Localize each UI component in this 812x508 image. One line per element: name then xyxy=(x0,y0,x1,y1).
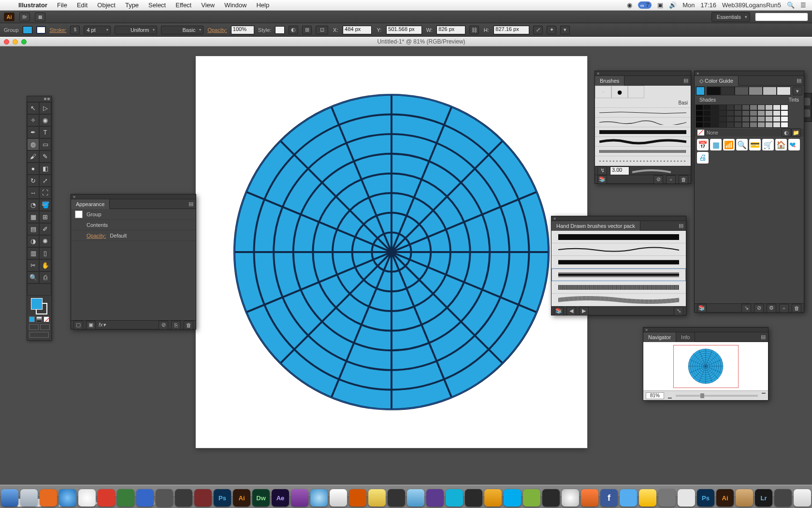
graphic-style-swatch[interactable] xyxy=(275,26,285,34)
remove-brush-stroke-button[interactable]: ⊘ xyxy=(653,175,663,184)
paintbrush-tool[interactable]: 🖌 xyxy=(27,150,39,163)
symbol-heart-icon[interactable]: ❤+ xyxy=(788,139,800,150)
symbol-grid-icon[interactable]: ▦ xyxy=(710,139,722,150)
appearance-group-row[interactable]: Group xyxy=(71,209,196,220)
symbol-sprayer-tool[interactable]: ✺ xyxy=(39,235,51,247)
menu-help[interactable]: Help xyxy=(251,1,274,9)
stroke-weight-field[interactable]: 4 pt xyxy=(84,26,111,34)
cc-badge[interactable]: ∞ 7 xyxy=(638,1,652,9)
symbol-library-button[interactable]: 📚 xyxy=(697,304,707,313)
dock-app-icon[interactable] xyxy=(388,489,405,507)
dock-app-icon[interactable] xyxy=(446,489,463,507)
dock-app-icon[interactable]: Ps xyxy=(697,489,714,507)
color-guide-tab[interactable]: ◇ Color Guide xyxy=(695,76,739,86)
close-icon[interactable]: × xyxy=(597,71,599,76)
dock-app-icon[interactable] xyxy=(194,489,212,507)
delete-item-button[interactable]: 🗑 xyxy=(184,321,193,329)
zoom-slider[interactable] xyxy=(676,395,758,397)
menu-view[interactable]: View xyxy=(196,1,219,9)
print-tiling-tool[interactable]: ⎙ xyxy=(39,271,51,284)
screen-mode-button[interactable] xyxy=(29,332,49,338)
drawing-mode-behind[interactable] xyxy=(40,324,50,330)
opacity-link[interactable]: Opacity: xyxy=(87,233,106,239)
stroke-swatch[interactable] xyxy=(36,26,46,34)
appearance-opacity-row[interactable]: Opacity: Default xyxy=(71,230,196,241)
hand-drawn-tab[interactable]: Hand Drawn brushes vector pack xyxy=(551,221,640,231)
brush-library-button[interactable]: 📚 xyxy=(597,175,607,184)
brush-stroke-options[interactable]: ↯ xyxy=(597,166,607,175)
dock-app-icon[interactable]: Ae xyxy=(272,489,289,507)
dock-app-icon[interactable] xyxy=(136,489,154,507)
brush-stroke-item[interactable] xyxy=(595,137,691,147)
width-tool[interactable]: ↔ xyxy=(27,187,39,199)
x-field[interactable]: 484 px xyxy=(343,26,372,34)
arrange-docs-button[interactable]: ▦ xyxy=(35,13,45,21)
symbol-cart-icon[interactable]: 🛒 xyxy=(762,139,774,150)
edit-colors-button[interactable]: ◐ xyxy=(782,128,791,137)
dock-app-icon[interactable] xyxy=(562,489,579,507)
prev-library-button[interactable]: ◀ xyxy=(566,307,576,315)
recolor-artwork-button[interactable]: ◐ xyxy=(289,26,298,34)
dock-app-icon[interactable] xyxy=(523,489,540,507)
display-icon[interactable]: ▣ xyxy=(657,1,663,9)
sync-icon[interactable]: ◉ xyxy=(627,1,632,9)
dock-app-icon[interactable] xyxy=(426,489,444,507)
gradient-mode-button[interactable] xyxy=(36,316,42,322)
duplicate-item-button[interactable]: ⎘ xyxy=(171,321,181,329)
menu-object[interactable]: Object xyxy=(92,1,120,9)
appearance-panel[interactable]: × Appearance ▤ Group Contents Opacity: D… xyxy=(71,194,196,329)
magic-wand-tool[interactable]: ✧ xyxy=(27,114,39,126)
more-options-button[interactable]: ▾ xyxy=(560,26,570,34)
dock-app-icon[interactable]: Ai xyxy=(716,489,734,507)
spotlight-icon[interactable]: 🔍 xyxy=(787,1,795,9)
fill-swatch[interactable] xyxy=(23,26,32,34)
panel-menu-icon[interactable]: ▤ xyxy=(681,77,691,84)
constrain-proportions-button[interactable]: ⛓ xyxy=(469,26,479,34)
navigator-panel[interactable]: × Navigator Info ▤ 81% ▁ ▔ xyxy=(643,327,768,401)
close-icon[interactable]: × xyxy=(553,216,556,221)
dock-app-icon[interactable] xyxy=(794,489,811,507)
brush-definition-dropdown[interactable]: Basic xyxy=(161,26,203,34)
dock-app-icon[interactable] xyxy=(349,489,366,507)
dock-app-icon[interactable] xyxy=(581,489,598,507)
menu-window[interactable]: Window xyxy=(219,1,251,9)
pen-tool[interactable]: ✒ xyxy=(27,126,39,138)
macos-dock[interactable]: Ps Ai Dw Ae f Ps Ai Lr xyxy=(0,485,812,508)
brush-stroke-item[interactable]: Basi xyxy=(595,98,691,108)
dock-app-icon[interactable] xyxy=(465,489,482,507)
save-group-button[interactable]: 📁 xyxy=(791,128,801,137)
stroke-weight-stepper[interactable]: ⥮ xyxy=(70,26,80,34)
direct-selection-tool[interactable]: ▷ xyxy=(39,102,51,114)
brush-stroke-item[interactable] xyxy=(595,147,691,156)
brushes-tab[interactable]: Brushes xyxy=(595,76,624,86)
dock-app-icon[interactable] xyxy=(484,489,502,507)
clear-appearance-button[interactable]: ⊘ xyxy=(159,321,168,329)
perspective-grid-tool[interactable]: ▦ xyxy=(27,211,39,223)
eraser-tool[interactable]: ◧ xyxy=(39,163,51,175)
dock-app-icon[interactable] xyxy=(330,489,347,507)
brush-item[interactable] xyxy=(551,294,686,306)
symbols-panel-area[interactable]: 📅 ▦ 📶 🔍 💳 🛒 🏠 ❤+ 🖨 xyxy=(695,136,804,166)
hand-tool[interactable]: ✋ xyxy=(39,259,51,271)
dock-app-icon[interactable] xyxy=(20,489,38,507)
panel-menu-icon[interactable]: ▤ xyxy=(758,334,768,340)
scale-tool[interactable]: ⤢ xyxy=(39,175,51,187)
blob-brush-tool[interactable]: ● xyxy=(27,163,39,175)
dock-app-icon[interactable]: Dw xyxy=(252,489,270,507)
stroke-link[interactable]: Stroke: xyxy=(50,27,67,33)
new-fill-button[interactable]: ▢ xyxy=(73,321,83,329)
info-tab[interactable]: Info xyxy=(676,332,695,342)
dock-app-icon[interactable] xyxy=(98,489,115,507)
brush-item[interactable] xyxy=(551,243,686,256)
live-paint-tool[interactable]: 🪣 xyxy=(39,199,51,211)
menu-select[interactable]: Select xyxy=(144,1,171,9)
new-symbol-button[interactable]: ▫ xyxy=(779,304,789,313)
artboard-tool[interactable]: ▯ xyxy=(39,247,51,259)
lasso-tool[interactable]: ◉ xyxy=(39,114,51,126)
navigator-tab[interactable]: Navigator xyxy=(643,332,676,342)
polar-grid-tool[interactable]: ◍ xyxy=(27,138,39,150)
bridge-button[interactable]: Br xyxy=(19,13,30,21)
transform-ref-point[interactable]: ⊡ xyxy=(316,26,328,34)
color-guide-panel[interactable]: × ◇ Color Guide ▤ ▾ Shades Tints xyxy=(694,71,804,313)
rotate-tool[interactable]: ↻ xyxy=(27,175,39,187)
